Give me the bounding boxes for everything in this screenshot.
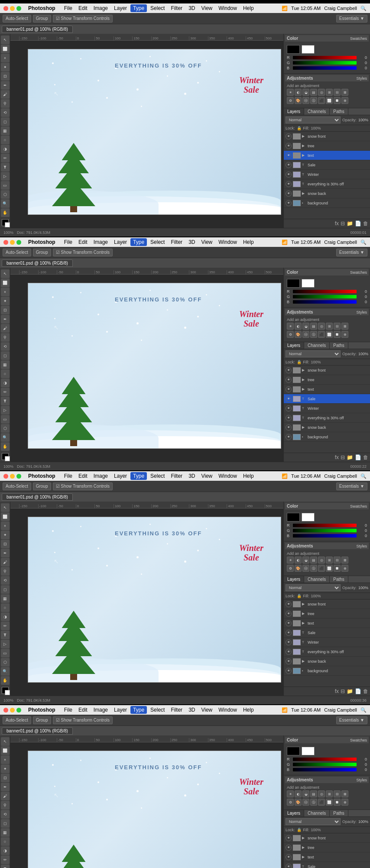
menu-item-filter[interactable]: Filter bbox=[168, 4, 185, 12]
adjustment-button[interactable]: ⊟ bbox=[334, 557, 341, 564]
adjustments-panel-header[interactable]: Adjustments Styles bbox=[285, 777, 369, 783]
layer-item[interactable]: 👁 ▶ snow front bbox=[284, 833, 370, 843]
swatches-tab[interactable]: Swatches bbox=[350, 270, 367, 275]
green-slider[interactable] bbox=[293, 295, 357, 298]
paths-tab[interactable]: Paths bbox=[330, 810, 348, 816]
adjustments-panel-header[interactable]: Adjustments Styles bbox=[285, 75, 369, 81]
delete-layer-button[interactable]: 🗑 bbox=[363, 688, 368, 694]
channels-tab[interactable]: Channels bbox=[304, 810, 330, 816]
adjustment-button-6[interactable]: 🔲 bbox=[334, 799, 341, 806]
paths-tab[interactable]: Paths bbox=[330, 108, 348, 115]
eraser-tool[interactable]: ◻ bbox=[1, 117, 10, 126]
lock-icon[interactable]: 🔒 bbox=[297, 828, 302, 832]
layer-item[interactable]: 👁 T Winter bbox=[284, 638, 370, 647]
adjustment-button[interactable]: ⊠ bbox=[341, 790, 348, 797]
menu-item-view[interactable]: View bbox=[198, 706, 215, 714]
auto-select-button[interactable]: Auto-Select bbox=[3, 716, 31, 724]
layers-tab[interactable]: Layers bbox=[284, 108, 304, 115]
add-group-button[interactable]: 📁 bbox=[347, 220, 353, 227]
new-layer-button[interactable]: 📄 bbox=[355, 454, 361, 460]
adjustment-button[interactable]: ◎ bbox=[318, 323, 325, 330]
zoom-tool[interactable]: 🔍 bbox=[1, 199, 10, 208]
layer-item[interactable]: 👁 T everything is 30% off bbox=[284, 179, 370, 189]
history-brush[interactable]: ⟲ bbox=[1, 810, 10, 819]
group-button[interactable]: Group bbox=[33, 15, 51, 23]
layer-item[interactable]: 👁 T Sale bbox=[284, 394, 370, 404]
magic-wand-tool[interactable]: ✦ bbox=[1, 764, 10, 773]
eyedropper-tool[interactable]: ✒ bbox=[1, 315, 10, 324]
green-slider[interactable] bbox=[293, 61, 357, 65]
adjustment-button-3[interactable]: Ⓢ bbox=[310, 331, 317, 338]
3d-tool[interactable]: ⬡ bbox=[1, 658, 10, 667]
maximize-button[interactable] bbox=[16, 474, 21, 479]
red-slider[interactable] bbox=[293, 524, 357, 527]
layer-item[interactable]: 👁 ▶ snow front bbox=[284, 599, 370, 609]
styles-tab[interactable]: Styles bbox=[356, 544, 367, 548]
layer-visibility-icon[interactable]: 👁 bbox=[286, 181, 292, 187]
menu-item-type[interactable]: Type bbox=[130, 4, 147, 12]
show-transform-controls[interactable]: ☑ Show Transform Controls bbox=[53, 716, 113, 724]
new-layer-button[interactable]: 📄 bbox=[355, 220, 361, 227]
blend-mode-select[interactable]: Normal bbox=[286, 584, 341, 591]
menu-item-select[interactable]: Select bbox=[148, 706, 167, 714]
show-transform-controls[interactable]: ☑ Show Transform Controls bbox=[53, 15, 113, 23]
document-tab[interactable]: banner01.psd @ 100% (RGB/8) bbox=[2, 727, 73, 735]
layer-visibility-icon[interactable]: 👁 bbox=[286, 143, 292, 149]
adjustment-button-6[interactable]: 🔲 bbox=[334, 565, 341, 572]
layer-item[interactable]: 👁 T Winter bbox=[284, 404, 370, 413]
adjustment-button-0[interactable]: ⚙ bbox=[287, 331, 294, 338]
layer-visibility-icon[interactable]: 👁 bbox=[286, 152, 292, 159]
maximize-button[interactable] bbox=[16, 708, 21, 713]
adjustment-button[interactable]: ▤ bbox=[310, 790, 317, 797]
brush-tool[interactable]: 🖌 bbox=[1, 792, 10, 800]
search-icon[interactable]: 🔍 bbox=[360, 240, 367, 245]
gradient-tool[interactable]: ▦ bbox=[1, 828, 10, 837]
red-slider[interactable] bbox=[293, 56, 357, 59]
eraser-tool[interactable]: ◻ bbox=[1, 585, 10, 594]
eyedropper-tool[interactable]: ✒ bbox=[1, 783, 10, 791]
menu-item-type[interactable]: Type bbox=[130, 706, 147, 714]
move-tool[interactable]: ↖ bbox=[1, 36, 10, 44]
minimize-button[interactable] bbox=[10, 474, 15, 479]
pen-tool[interactable]: ✏ bbox=[1, 154, 10, 162]
pen-tool[interactable]: ✏ bbox=[1, 388, 10, 396]
dodge-tool[interactable]: ◑ bbox=[1, 846, 10, 855]
eyedropper-tool[interactable]: ✒ bbox=[1, 81, 10, 90]
adjustment-button[interactable]: ◒ bbox=[302, 790, 309, 797]
clone-tool[interactable]: ⚲ bbox=[1, 567, 10, 576]
menu-item-edit[interactable]: Edit bbox=[76, 4, 90, 12]
layer-item[interactable]: 👁 ▪ background bbox=[284, 666, 370, 676]
select-tool[interactable]: ⬜ bbox=[1, 746, 10, 755]
lasso-tool[interactable]: ⌖ bbox=[1, 755, 10, 764]
document-tab[interactable]: banner01.psd @ 100% (RGB/8) bbox=[2, 259, 73, 267]
menu-item-layer[interactable]: Layer bbox=[111, 238, 130, 246]
blend-mode-select[interactable]: Normal bbox=[286, 350, 341, 357]
adjustment-button[interactable]: ▤ bbox=[310, 323, 317, 330]
essentials-button[interactable]: Essentials ▼ bbox=[336, 483, 367, 490]
adjustment-button-4[interactable]: ⬛ bbox=[318, 331, 325, 338]
adjustment-button-5[interactable]: ⬜ bbox=[326, 97, 333, 104]
layer-visibility-icon[interactable]: 👁 bbox=[286, 386, 292, 392]
menu-item-layer[interactable]: Layer bbox=[111, 472, 130, 480]
menu-item-3d[interactable]: 3D bbox=[186, 706, 198, 714]
essentials-button[interactable]: Essentials ▼ bbox=[336, 15, 367, 23]
layer-visibility-icon[interactable]: 👁 bbox=[286, 611, 292, 617]
menu-item-edit[interactable]: Edit bbox=[76, 238, 90, 246]
layer-item[interactable]: 👁 ▶ text bbox=[284, 151, 370, 160]
type-tool[interactable]: T bbox=[1, 397, 10, 405]
adjustment-button-5[interactable]: ⬜ bbox=[326, 331, 333, 338]
background-swatch[interactable] bbox=[302, 279, 315, 288]
adjustment-button-5[interactable]: ⬜ bbox=[326, 799, 333, 806]
menu-item-filter[interactable]: Filter bbox=[168, 706, 185, 714]
adjustment-button[interactable]: ◒ bbox=[302, 323, 309, 330]
layer-visibility-icon[interactable]: 👁 bbox=[286, 639, 292, 645]
brush-tool[interactable]: 🖌 bbox=[1, 558, 10, 567]
adjustment-button[interactable]: ◐ bbox=[295, 557, 302, 564]
layer-item[interactable]: 👁 ▪ background bbox=[284, 432, 370, 442]
gradient-tool[interactable]: ▦ bbox=[1, 360, 10, 369]
background-swatch[interactable] bbox=[302, 747, 315, 755]
adjustments-panel-header[interactable]: Adjustments Styles bbox=[285, 309, 369, 315]
3d-tool[interactable]: ⬡ bbox=[1, 190, 10, 199]
crop-tool[interactable]: ⊡ bbox=[1, 540, 10, 548]
gradient-tool[interactable]: ▦ bbox=[1, 126, 10, 135]
